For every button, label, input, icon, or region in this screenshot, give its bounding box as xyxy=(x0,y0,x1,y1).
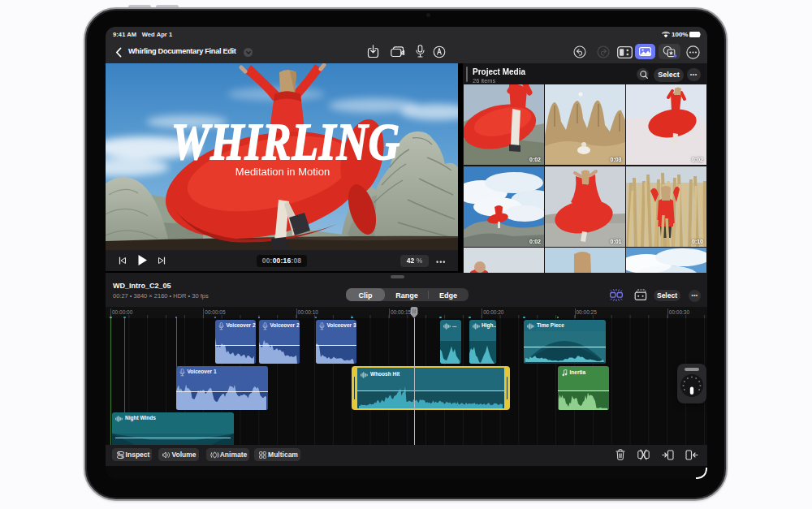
svg-text:Meditation in Motion: Meditation in Motion xyxy=(235,166,330,178)
svg-text:WHIRLING: WHIRLING xyxy=(171,114,400,170)
